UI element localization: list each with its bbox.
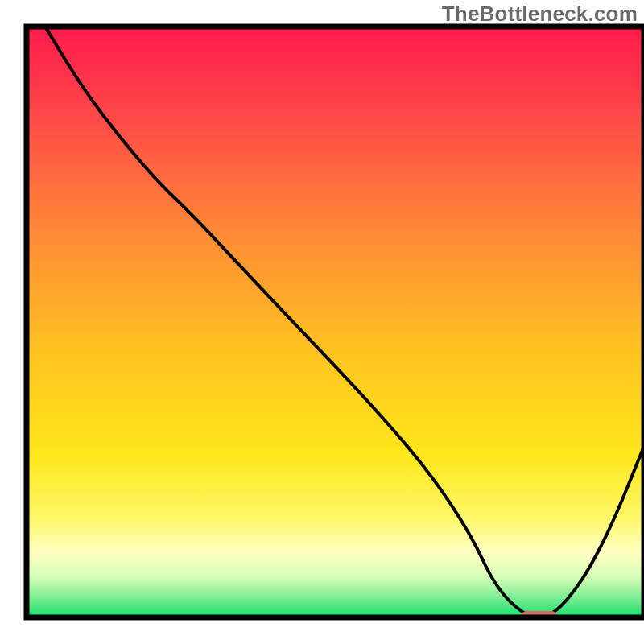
gradient-background (27, 27, 644, 617)
bottleneck-chart: TheBottleneck.com (0, 0, 644, 644)
watermark-text: TheBottleneck.com (442, 2, 638, 27)
chart-svg (0, 0, 644, 644)
